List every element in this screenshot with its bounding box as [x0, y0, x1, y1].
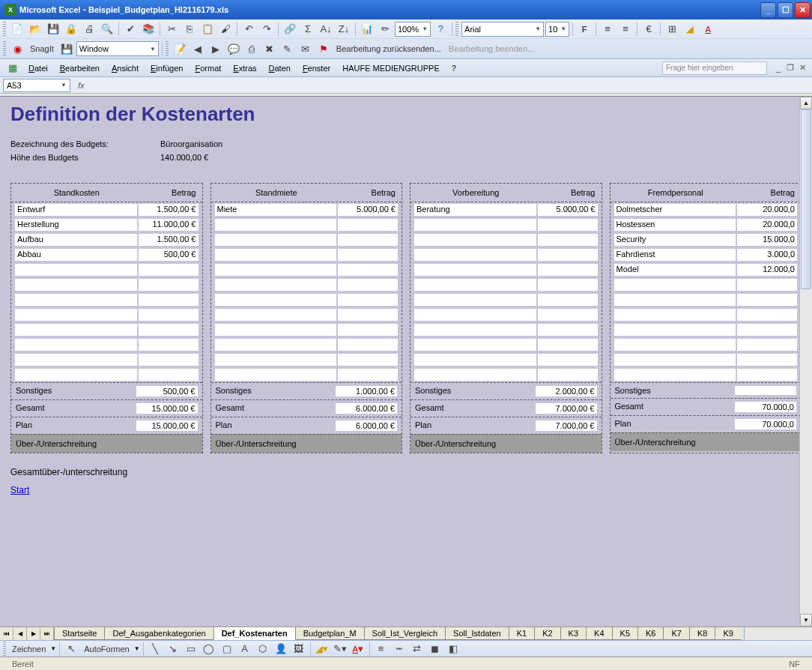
chart-icon[interactable]: 📊 — [359, 21, 375, 37]
menu-bearbeiten[interactable]: Bearbeiten — [54, 61, 106, 75]
autosum-icon[interactable]: Σ — [300, 21, 316, 37]
ask-question-input[interactable]: Frage hier eingeben — [662, 61, 767, 75]
name-box[interactable]: A53▼ — [3, 79, 70, 92]
window-title: Microsoft Excel - Beispiel_Budgetplan_HI… — [19, 4, 760, 15]
snagit-save-icon[interactable]: 💾 — [58, 40, 75, 57]
grip[interactable] — [455, 22, 458, 37]
format-painter-icon[interactable]: 🖌 — [217, 21, 234, 37]
toolbars: 📄 📂 💾 🔒 🖨 🔍 ✔ 📚 ✂ ⎘ 📋 🖌 ↶ ↷ 🔗 Σ A↓ Z↓ 📊 … — [0, 19, 812, 59]
new-comment-icon[interactable]: 📝 — [172, 40, 188, 57]
fx-icon[interactable]: fx — [73, 81, 89, 90]
open-icon[interactable]: 📂 — [27, 21, 43, 37]
help-icon[interactable]: ? — [432, 21, 449, 37]
menu-einfgen[interactable]: Einfügen — [145, 61, 189, 75]
borders-icon[interactable]: ⊞ — [664, 21, 680, 37]
menu-[interactable]: ? — [446, 61, 462, 75]
menu-format[interactable]: Format — [189, 61, 227, 75]
formula-bar: A53▼ fx — [0, 77, 812, 94]
sort-desc-icon[interactable]: Z↓ — [336, 21, 352, 37]
drawing-icon[interactable]: ✏ — [377, 21, 393, 37]
show-all-icon[interactable]: ⎙ — [243, 40, 260, 57]
menubar: ▦ DateiBearbeitenAnsichtEinfügenFormatEx… — [0, 59, 812, 77]
print-icon[interactable]: 🖨 — [81, 21, 97, 37]
paste-icon[interactable]: 📋 — [199, 21, 216, 37]
font-color-icon[interactable]: A — [700, 21, 716, 37]
spell-icon[interactable]: ✔ — [122, 21, 139, 37]
menu-extras[interactable]: Extras — [227, 61, 262, 75]
permission-icon[interactable]: 🔒 — [63, 21, 79, 37]
menu-haufemediengruppe[interactable]: HAUFE MEDIENGRUPPE — [336, 61, 446, 75]
undo-icon[interactable]: ↶ — [240, 21, 257, 37]
font-dropdown[interactable]: Arial▼ — [461, 22, 544, 37]
minimize-button[interactable]: _ — [760, 2, 776, 18]
preview-icon[interactable]: 🔍 — [99, 21, 115, 37]
doc-close-icon[interactable]: ✕ — [797, 63, 808, 73]
end-edit-label: Bearbeitung beenden... — [446, 44, 537, 53]
save-icon[interactable]: 💾 — [45, 21, 61, 37]
fontsize-dropdown[interactable]: 10▼ — [545, 22, 569, 37]
menu-datei[interactable]: Datei — [22, 61, 54, 75]
sort-asc-icon[interactable]: A↓ — [318, 21, 334, 37]
toolbar-standard: 📄 📂 💾 🔒 🖨 🔍 ✔ 📚 ✂ ⎘ 📋 🖌 ↶ ↷ 🔗 Σ A↓ Z↓ 📊 … — [0, 19, 812, 39]
fill-color-icon[interactable]: ◢ — [682, 21, 698, 37]
doc-minimize-icon[interactable]: _ — [773, 63, 784, 73]
delete-comment-icon[interactable]: ✖ — [261, 40, 278, 57]
bold-icon[interactable]: F — [576, 21, 593, 37]
copy-icon[interactable]: ⎘ — [181, 21, 198, 37]
prev-comment-icon[interactable]: ◀ — [190, 40, 206, 57]
show-comment-icon[interactable]: 💬 — [225, 40, 242, 57]
mail-icon[interactable]: ✉ — [297, 40, 314, 57]
menu-daten[interactable]: Daten — [263, 61, 297, 75]
excel-doc-icon[interactable]: ▦ — [4, 60, 21, 76]
close-button[interactable]: ✕ — [795, 2, 811, 18]
currency-icon[interactable]: € — [640, 21, 657, 37]
align-center-icon[interactable]: ≡ — [617, 21, 634, 37]
grip[interactable] — [166, 41, 169, 56]
menu-fenster[interactable]: Fenster — [297, 61, 336, 75]
snagit-label: SnagIt — [27, 44, 57, 53]
menu-ansicht[interactable]: Ansicht — [106, 61, 145, 75]
window-buttons: _ ☐ ✕ — [760, 2, 811, 18]
research-icon[interactable]: 📚 — [140, 21, 157, 37]
grip[interactable] — [3, 22, 6, 37]
ink-icon[interactable]: ✎ — [279, 40, 296, 57]
doc-restore-icon[interactable]: ❐ — [785, 63, 796, 73]
excel-icon: X — [4, 4, 16, 16]
titlebar: X Microsoft Excel - Beispiel_Budgetplan_… — [0, 0, 812, 19]
new-icon[interactable]: 📄 — [9, 21, 25, 37]
snagit-window-dropdown[interactable]: Window▼ — [76, 41, 159, 56]
cut-icon[interactable]: ✂ — [163, 21, 180, 37]
zoom-dropdown[interactable]: 100%▼ — [395, 22, 431, 37]
align-left-icon[interactable]: ≡ — [599, 21, 616, 37]
snagit-icon[interactable]: ◉ — [9, 40, 25, 57]
send-back-label[interactable]: Bearbeitung zurücksenden... — [333, 44, 444, 53]
toolbar-snagit: ◉ SnagIt 💾 Window▼ 📝 ◀ ▶ 💬 ⎙ ✖ ✎ ✉ ⚑ Bea… — [0, 39, 812, 58]
grip[interactable] — [3, 41, 6, 56]
hyperlink-icon[interactable]: 🔗 — [282, 21, 298, 37]
next-comment-icon[interactable]: ▶ — [207, 40, 224, 57]
flag-icon[interactable]: ⚑ — [315, 40, 332, 57]
redo-icon[interactable]: ↷ — [258, 21, 275, 37]
maximize-button[interactable]: ☐ — [778, 2, 793, 18]
